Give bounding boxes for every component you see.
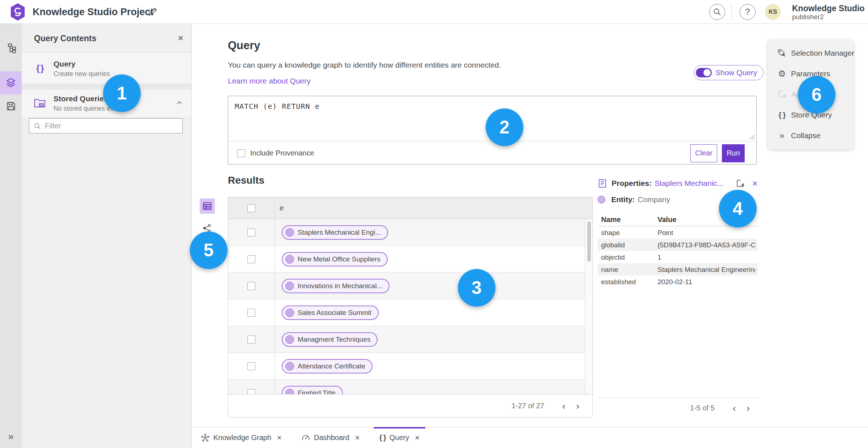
table-row[interactable]: Staplers Mechanical Engi... bbox=[228, 219, 585, 246]
learn-more-link[interactable]: Learn more about Query bbox=[228, 77, 311, 85]
stored-queries-title: Stored Queries bbox=[54, 94, 108, 103]
close-tab-icon[interactable]: × bbox=[277, 433, 282, 443]
entity-pill[interactable]: Sales Associate Summit bbox=[282, 306, 379, 320]
results-table-header: e bbox=[228, 197, 592, 219]
bottom-tab-bar: Knowledge Graph × Dashboard × { } Query … bbox=[192, 427, 868, 448]
rail-item-save[interactable] bbox=[0, 94, 22, 118]
callout-4: 4 bbox=[719, 190, 757, 227]
query-contents-title: Query Contents bbox=[34, 34, 97, 43]
query-description: You can query a knowledge graph to ident… bbox=[228, 61, 501, 69]
property-row: name Staplers Mechanical Engineering bbox=[597, 263, 758, 276]
toggle-knob bbox=[703, 69, 711, 76]
braces-icon: { } bbox=[776, 111, 787, 119]
braces-icon: { } bbox=[33, 63, 47, 73]
account-username: publisher2 bbox=[792, 13, 865, 21]
selection-manager-item[interactable]: Selection Manager bbox=[768, 43, 854, 63]
table-view-button[interactable] bbox=[200, 199, 215, 214]
expand-rail-button[interactable]: » bbox=[0, 431, 22, 442]
table-row[interactable]: Firebird Title bbox=[228, 380, 585, 394]
properties-col-value: Value bbox=[658, 216, 676, 224]
row-checkbox[interactable] bbox=[247, 362, 255, 370]
results-scrollbar[interactable] bbox=[585, 219, 593, 394]
include-provenance-label: Include Provenance bbox=[250, 149, 314, 157]
properties-prev-page-icon[interactable]: ‹ bbox=[733, 404, 736, 413]
rail-item-hierarchy[interactable] bbox=[0, 37, 22, 60]
entity-pill[interactable]: Innovations in Mechanical... bbox=[282, 279, 390, 293]
account-menu[interactable]: Knowledge Studio publisher2 bbox=[792, 4, 865, 21]
resize-handle-icon[interactable] bbox=[750, 135, 755, 140]
search-button[interactable] bbox=[709, 4, 725, 20]
results-next-page-icon[interactable]: › bbox=[576, 401, 579, 411]
close-panel-icon[interactable]: × bbox=[178, 33, 183, 44]
tab-knowledge-graph[interactable]: Knowledge Graph × bbox=[200, 427, 282, 448]
table-icon bbox=[202, 201, 212, 211]
hierarchy-icon bbox=[6, 43, 16, 54]
table-row[interactable]: Sales Associate Summit bbox=[228, 299, 585, 326]
show-query-toggle[interactable]: Show Query bbox=[694, 65, 763, 80]
results-table: e Staplers Mechanical Engi... New Metal … bbox=[228, 197, 593, 394]
selection-manager-icon bbox=[776, 48, 787, 58]
table-row[interactable]: Attendance Certificate bbox=[228, 353, 585, 380]
rail-item-contents[interactable] bbox=[0, 71, 22, 94]
add-to-map-icon bbox=[776, 90, 787, 99]
entity-type-dot-icon bbox=[597, 196, 605, 204]
query-box-footer: Include Provenance Clear Run bbox=[228, 142, 756, 165]
entity-pill[interactable]: Firebird Title bbox=[282, 386, 343, 394]
tab-query[interactable]: { } Query × bbox=[379, 427, 420, 448]
query-heading: Query bbox=[228, 39, 260, 52]
help-button[interactable]: ? bbox=[740, 4, 756, 20]
properties-entity-link[interactable]: Staplers Mechanic... bbox=[655, 179, 733, 188]
layers-icon bbox=[6, 78, 16, 88]
property-row: established 2020-02-11 bbox=[597, 276, 758, 288]
collapse-section-chevron-icon[interactable] bbox=[175, 99, 183, 108]
row-checkbox[interactable] bbox=[247, 282, 255, 290]
properties-next-page-icon[interactable]: › bbox=[746, 404, 750, 413]
property-row: objectid 1 bbox=[597, 251, 758, 263]
results-prev-page-icon[interactable]: ‹ bbox=[562, 401, 566, 411]
results-page-range: 1-27 of 27 bbox=[512, 402, 544, 410]
avatar[interactable]: KS bbox=[765, 4, 781, 20]
table-row[interactable]: New Metal Office Suppliers bbox=[228, 246, 585, 273]
row-checkbox[interactable] bbox=[247, 255, 255, 263]
close-tab-icon[interactable]: × bbox=[355, 433, 360, 443]
account-org-name: Knowledge Studio bbox=[792, 4, 865, 13]
properties-doc-icon bbox=[597, 179, 607, 188]
callout-2: 2 bbox=[486, 108, 523, 146]
collapse-item[interactable]: » Collapse bbox=[768, 125, 854, 146]
stored-queries-folder-icon bbox=[33, 98, 47, 110]
row-checkbox[interactable] bbox=[247, 229, 255, 236]
include-provenance-checkbox[interactable] bbox=[237, 149, 245, 157]
contents-item-query-title: Query bbox=[54, 60, 76, 68]
contents-item-query-subtitle: Create new queries bbox=[54, 70, 110, 78]
clear-button[interactable]: Clear bbox=[690, 144, 717, 162]
callout-3: 3 bbox=[458, 269, 495, 307]
row-checkbox[interactable] bbox=[247, 389, 255, 395]
table-row[interactable]: Innovations in Mechanical... bbox=[228, 273, 585, 299]
knowledge-studio-logo-icon[interactable] bbox=[9, 3, 26, 21]
edit-title-pencil-icon[interactable] bbox=[148, 7, 158, 17]
row-checkbox[interactable] bbox=[247, 309, 255, 317]
row-checkbox[interactable] bbox=[247, 336, 255, 344]
knowledge-graph-icon bbox=[201, 433, 210, 442]
entity-pill[interactable]: Attendance Certificate bbox=[282, 359, 373, 374]
entity-pill[interactable]: New Metal Office Suppliers bbox=[282, 252, 388, 266]
contents-item-query[interactable]: { } Query Create new queries bbox=[22, 53, 191, 84]
entity-pill[interactable]: Staplers Mechanical Engi... bbox=[282, 225, 388, 240]
entity-pill[interactable]: Managment Techniques bbox=[282, 332, 378, 347]
run-button[interactable]: Run bbox=[722, 144, 745, 162]
add-to-map-icon[interactable] bbox=[736, 179, 745, 188]
results-heading: Results bbox=[228, 175, 264, 186]
table-row[interactable]: Managment Techniques bbox=[228, 326, 585, 353]
search-icon bbox=[713, 8, 722, 16]
close-properties-icon[interactable]: × bbox=[752, 178, 758, 189]
filter-input[interactable] bbox=[45, 122, 182, 130]
column-divider bbox=[275, 197, 275, 394]
entity-dot-icon bbox=[285, 308, 294, 317]
properties-col-name: Name bbox=[601, 216, 621, 224]
callout-6: 6 bbox=[798, 76, 835, 114]
select-all-checkbox[interactable] bbox=[247, 204, 255, 212]
properties-page-range: 1-5 of 5 bbox=[690, 404, 715, 412]
tab-dashboard[interactable]: Dashboard × bbox=[301, 427, 361, 448]
close-tab-icon[interactable]: × bbox=[415, 433, 420, 443]
scrollbar-thumb[interactable] bbox=[587, 221, 591, 262]
